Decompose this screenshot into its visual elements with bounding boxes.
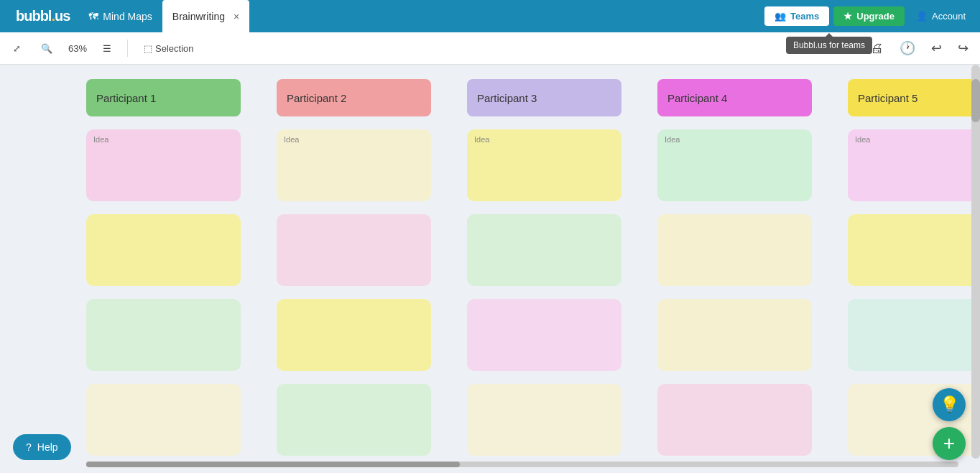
idea-card-r2c5[interactable] <box>848 214 980 286</box>
idea-card-r1c2[interactable]: Idea <box>277 129 431 201</box>
zoom-button[interactable]: 🔍 <box>37 40 57 57</box>
nav-right: 👥 Teams Bubbl.us for teams ★ Upgrade 👤 A… <box>764 6 973 26</box>
horizontal-scrollbar-thumb[interactable] <box>86 461 460 467</box>
participant-1-label: Participant 1 <box>96 92 156 104</box>
history-button[interactable]: 🕐 <box>897 39 918 58</box>
idea-card-r4c1[interactable] <box>86 384 241 456</box>
teams-button[interactable]: 👥 Teams <box>764 6 829 26</box>
add-fab-button[interactable]: + <box>933 427 966 460</box>
star-icon: ★ <box>843 11 852 22</box>
idea-card-r4c4[interactable] <box>657 384 812 456</box>
add-icon: + <box>943 432 955 455</box>
close-tab-icon[interactable]: × <box>234 11 239 22</box>
toolbar-separator <box>127 40 128 57</box>
expand-button[interactable]: ⤢ <box>9 40 25 57</box>
idea-label-r1c2: Idea <box>284 135 299 144</box>
redo-button[interactable]: ↪ <box>955 39 971 58</box>
idea-card-r2c2[interactable] <box>277 214 431 286</box>
lightbulb-icon: 💡 <box>940 395 959 414</box>
expand-icon: ⤢ <box>13 43 21 54</box>
idea-card-r1c4[interactable]: Idea <box>657 129 812 201</box>
participant-4-label: Participant 4 <box>667 92 727 104</box>
help-icon: ? <box>26 441 32 453</box>
idea-card-r3c4[interactable] <box>657 299 812 371</box>
idea-card-r2c4[interactable] <box>657 214 812 286</box>
top-navigation: bubbl.us 🗺 Mind Maps Brainwriting × 👥 Te… <box>0 0 980 32</box>
account-icon: 👤 <box>916 11 928 22</box>
idea-card-r2c1[interactable] <box>86 214 241 286</box>
brainwriting-grid: Participant 1 Participant 2 Participant … <box>86 79 894 456</box>
account-label: Account <box>932 11 966 22</box>
idea-card-r1c5[interactable]: Idea <box>848 129 980 201</box>
zoom-icon: 🔍 <box>41 43 52 54</box>
idea-card-r1c1[interactable]: Idea <box>86 129 241 201</box>
idea-card-r2c3[interactable] <box>467 214 621 286</box>
idea-label-r1c3: Idea <box>474 135 489 144</box>
participant-5-header[interactable]: Participant 5 <box>848 79 980 116</box>
selection-icon: ⬚ <box>144 43 152 54</box>
logo[interactable]: bubbl.us <box>7 8 78 24</box>
participant-2-label: Participant 2 <box>287 92 346 104</box>
idea-card-r4c3[interactable] <box>467 384 621 456</box>
zoom-value: 63% <box>68 43 87 54</box>
participant-5-label: Participant 5 <box>858 92 917 104</box>
undo-button[interactable]: ↩ <box>928 39 945 58</box>
canvas-area: Participant 1 Participant 2 Participant … <box>0 65 980 473</box>
participant-3-header[interactable]: Participant 3 <box>467 79 621 116</box>
participant-1-header[interactable]: Participant 1 <box>86 79 241 116</box>
tab-brainwriting[interactable]: Brainwriting × <box>162 0 249 32</box>
idea-card-r3c5[interactable] <box>848 299 980 371</box>
horizontal-scrollbar[interactable] <box>86 461 958 467</box>
idea-card-r3c3[interactable] <box>467 299 621 371</box>
idea-card-r4c2[interactable] <box>277 384 431 456</box>
vertical-scrollbar[interactable] <box>971 65 980 459</box>
redo-icon: ↪ <box>958 41 969 55</box>
teams-icon: 👥 <box>775 11 786 22</box>
upgrade-label: Upgrade <box>856 11 895 22</box>
idea-label-r1c4: Idea <box>665 135 680 144</box>
tab-mind-maps[interactable]: 🗺 Mind Maps <box>78 0 162 32</box>
idea-card-r1c3[interactable]: Idea <box>467 129 621 201</box>
teams-label: Teams <box>790 11 819 22</box>
logo-text: bubbl.us <box>16 8 70 24</box>
idea-label-r1c1: Idea <box>93 135 108 144</box>
idea-label-r1c5: Idea <box>855 135 870 144</box>
tab-mind-maps-label: Mind Maps <box>103 11 152 22</box>
upgrade-button[interactable]: ★ Upgrade <box>833 6 905 26</box>
brainwriting-label: Brainwriting <box>172 11 225 22</box>
menu-icon: ☰ <box>103 43 111 54</box>
help-label: Help <box>37 441 58 453</box>
selection-button[interactable]: ⬚ Selection <box>139 40 198 57</box>
help-button[interactable]: ? Help <box>13 434 71 460</box>
history-icon: 🕐 <box>900 41 915 55</box>
idea-card-r3c1[interactable] <box>86 299 241 371</box>
account-button[interactable]: 👤 Account <box>909 6 973 26</box>
idea-card-r3c2[interactable] <box>277 299 431 371</box>
selection-label: Selection <box>155 43 193 54</box>
menu-button[interactable]: ☰ <box>98 40 116 57</box>
participant-4-header[interactable]: Participant 4 <box>657 79 812 116</box>
undo-icon: ↩ <box>931 41 942 55</box>
lightbulb-fab-button[interactable]: 💡 <box>933 388 966 421</box>
participant-2-header[interactable]: Participant 2 <box>277 79 431 116</box>
teams-tooltip: Bubbl.us for teams <box>786 37 872 54</box>
participant-3-label: Participant 3 <box>477 92 537 104</box>
mind-maps-icon: 🗺 <box>88 11 98 22</box>
vertical-scrollbar-thumb[interactable] <box>971 79 980 122</box>
print-icon: 🖨 <box>871 41 884 55</box>
